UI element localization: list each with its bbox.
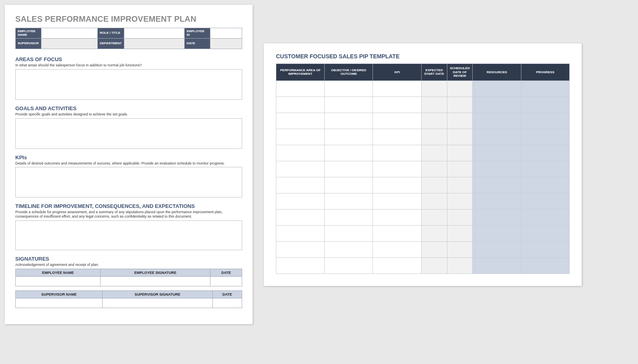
field-employee-id[interactable] bbox=[210, 28, 242, 39]
table-cell[interactable] bbox=[473, 177, 521, 193]
table-cell[interactable] bbox=[421, 241, 447, 257]
table-cell[interactable] bbox=[325, 97, 373, 113]
table-cell[interactable] bbox=[473, 241, 521, 257]
table-cell[interactable] bbox=[325, 161, 373, 177]
table-cell[interactable] bbox=[421, 80, 447, 97]
table-cell[interactable] bbox=[325, 241, 373, 257]
field-emp-sig[interactable] bbox=[101, 276, 210, 286]
field-emp-date[interactable] bbox=[210, 276, 242, 286]
table-cell[interactable] bbox=[447, 80, 473, 97]
field-employee-name[interactable] bbox=[41, 28, 98, 39]
table-cell[interactable] bbox=[373, 161, 421, 177]
textarea-timeline[interactable] bbox=[15, 220, 242, 250]
table-cell[interactable] bbox=[473, 80, 521, 97]
table-cell[interactable] bbox=[373, 257, 421, 274]
table-cell[interactable] bbox=[421, 177, 447, 193]
table-cell[interactable] bbox=[521, 80, 569, 97]
table-cell[interactable] bbox=[421, 257, 447, 274]
table-cell[interactable] bbox=[276, 129, 325, 145]
table-cell[interactable] bbox=[373, 80, 421, 97]
table-cell[interactable] bbox=[373, 113, 421, 129]
table-cell[interactable] bbox=[447, 161, 473, 177]
field-sup-name[interactable] bbox=[16, 298, 103, 308]
textarea-goals[interactable] bbox=[15, 118, 242, 149]
table-cell[interactable] bbox=[521, 113, 569, 129]
table-cell[interactable] bbox=[473, 209, 521, 225]
table-cell[interactable] bbox=[276, 225, 325, 241]
table-cell[interactable] bbox=[421, 193, 447, 209]
table-cell[interactable] bbox=[521, 257, 569, 274]
table-cell[interactable] bbox=[325, 80, 373, 97]
table-cell[interactable] bbox=[373, 225, 421, 241]
table-cell[interactable] bbox=[473, 145, 521, 161]
table-cell[interactable] bbox=[447, 241, 473, 257]
table-cell[interactable] bbox=[325, 113, 373, 129]
table-cell[interactable] bbox=[373, 145, 421, 161]
table-cell[interactable] bbox=[276, 177, 325, 193]
table-cell[interactable] bbox=[473, 193, 521, 209]
table-cell[interactable] bbox=[276, 80, 325, 97]
table-cell[interactable] bbox=[521, 129, 569, 145]
table-cell[interactable] bbox=[421, 97, 447, 113]
table-cell[interactable] bbox=[473, 161, 521, 177]
table-cell[interactable] bbox=[373, 209, 421, 225]
field-date[interactable] bbox=[210, 39, 242, 49]
table-cell[interactable] bbox=[521, 193, 569, 209]
table-cell[interactable] bbox=[447, 209, 473, 225]
table-cell[interactable] bbox=[421, 161, 447, 177]
table-cell[interactable] bbox=[447, 97, 473, 113]
table-cell[interactable] bbox=[521, 241, 569, 257]
table-cell[interactable] bbox=[421, 129, 447, 145]
table-cell[interactable] bbox=[373, 177, 421, 193]
field-department[interactable] bbox=[124, 39, 184, 49]
table-cell[interactable] bbox=[447, 113, 473, 129]
table-cell[interactable] bbox=[373, 241, 421, 257]
table-cell[interactable] bbox=[276, 145, 325, 161]
table-cell[interactable] bbox=[373, 129, 421, 145]
table-cell[interactable] bbox=[325, 129, 373, 145]
field-emp-name[interactable] bbox=[16, 276, 101, 286]
table-cell[interactable] bbox=[325, 177, 373, 193]
table-cell[interactable] bbox=[447, 177, 473, 193]
table-cell[interactable] bbox=[325, 225, 373, 241]
table-cell[interactable] bbox=[447, 145, 473, 161]
table-cell[interactable] bbox=[421, 209, 447, 225]
field-sup-date[interactable] bbox=[212, 298, 242, 308]
table-cell[interactable] bbox=[325, 193, 373, 209]
table-cell[interactable] bbox=[473, 113, 521, 129]
table-cell[interactable] bbox=[373, 193, 421, 209]
table-cell[interactable] bbox=[521, 177, 569, 193]
table-cell[interactable] bbox=[521, 145, 569, 161]
table-cell[interactable] bbox=[421, 225, 447, 241]
table-cell[interactable] bbox=[276, 241, 325, 257]
table-cell[interactable] bbox=[473, 257, 521, 274]
table-cell[interactable] bbox=[325, 257, 373, 274]
table-cell[interactable] bbox=[473, 97, 521, 113]
table-cell[interactable] bbox=[473, 129, 521, 145]
table-cell[interactable] bbox=[276, 193, 325, 209]
table-cell[interactable] bbox=[276, 161, 325, 177]
table-cell[interactable] bbox=[473, 225, 521, 241]
table-cell[interactable] bbox=[521, 225, 569, 241]
table-cell[interactable] bbox=[421, 145, 447, 161]
table-cell[interactable] bbox=[276, 209, 325, 225]
table-cell[interactable] bbox=[447, 225, 473, 241]
table-cell[interactable] bbox=[521, 97, 569, 113]
table-cell[interactable] bbox=[421, 113, 447, 129]
table-cell[interactable] bbox=[276, 113, 325, 129]
table-cell[interactable] bbox=[521, 209, 569, 225]
textarea-focus[interactable] bbox=[15, 69, 242, 100]
table-cell[interactable] bbox=[373, 97, 421, 113]
table-cell[interactable] bbox=[325, 209, 373, 225]
table-cell[interactable] bbox=[447, 129, 473, 145]
field-supervisor[interactable] bbox=[41, 39, 98, 49]
textarea-kpi[interactable] bbox=[15, 167, 242, 197]
table-cell[interactable] bbox=[521, 161, 569, 177]
field-role-title[interactable] bbox=[124, 28, 184, 39]
table-cell[interactable] bbox=[447, 193, 473, 209]
table-cell[interactable] bbox=[276, 257, 325, 274]
table-cell[interactable] bbox=[325, 145, 373, 161]
field-sup-sig[interactable] bbox=[103, 298, 213, 308]
table-cell[interactable] bbox=[447, 257, 473, 274]
table-cell[interactable] bbox=[276, 97, 325, 113]
